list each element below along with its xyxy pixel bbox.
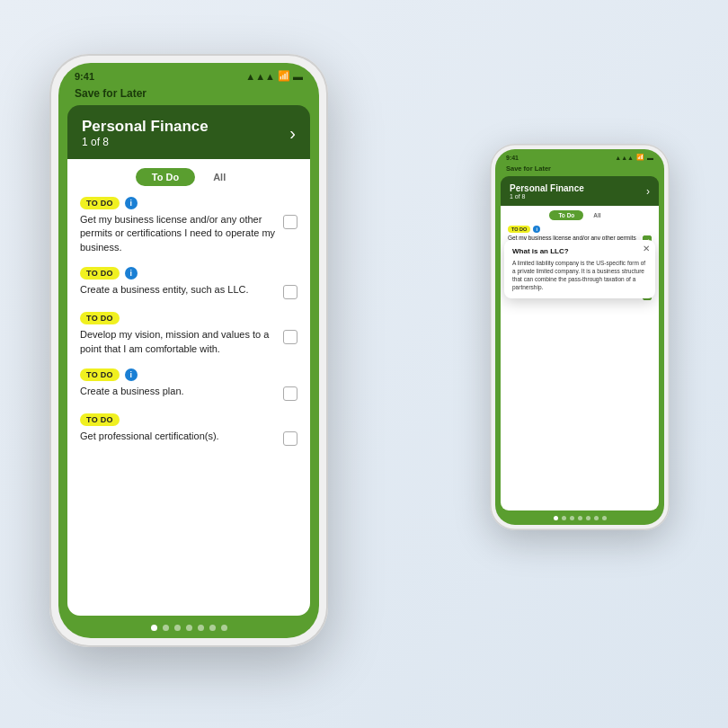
dot-2-large[interactable]: [163, 625, 169, 631]
task-badge-row-5: TO DO: [80, 413, 297, 426]
status-bar-small: 9:41 ▲▲▲ 📶 ▬: [495, 149, 664, 164]
tabs-row-large: To Do All: [67, 159, 310, 193]
info-icon-1[interactable]: i: [125, 197, 138, 209]
checkbox-1[interactable]: [283, 215, 297, 229]
task-badge-row-2: TO DO i: [80, 267, 297, 280]
header-sub-large: 1 of 8: [82, 136, 289, 148]
status-time-large: 9:41: [75, 71, 94, 82]
info-icon-2[interactable]: i: [125, 267, 138, 280]
wifi-icon-large: 📶: [278, 70, 290, 82]
tab-todo-large[interactable]: To Do: [136, 168, 195, 186]
task-item-1: TO DO i Get my business license and/or a…: [80, 197, 297, 254]
task-text-5: Get professional certification(s).: [80, 430, 276, 443]
save-bar-small[interactable]: Save for Later: [495, 164, 664, 176]
checkbox-2[interactable]: [283, 285, 297, 299]
checkbox-3[interactable]: [283, 330, 297, 344]
todo-badge-2: TO DO: [80, 267, 120, 280]
large-phone-inner: 9:41 ▲▲▲ 📶 ▬ Save for Later Personal Fin…: [58, 63, 319, 638]
dot-4-large[interactable]: [186, 625, 192, 631]
header-title-large: Personal Finance: [82, 118, 289, 136]
todo-badge-3: TO DO: [80, 312, 120, 324]
dot-7-small[interactable]: [602, 516, 607, 520]
tab-todo-small[interactable]: To Do: [549, 210, 583, 220]
battery-icon-small: ▬: [647, 155, 653, 161]
task-row-4: Create a business plan.: [80, 385, 297, 401]
header-text-small: Personal Finance 1 of 8: [510, 183, 584, 200]
dot-1-small[interactable]: [554, 516, 558, 520]
dot-7-large[interactable]: [221, 625, 227, 631]
task-badge-row-4: TO DO i: [80, 368, 297, 381]
tooltip-title: What is an LLC?: [512, 247, 647, 255]
small-phone: 9:41 ▲▲▲ 📶 ▬ Save for Later Personal Fin…: [490, 144, 670, 530]
save-bar-label-large: Save for Later: [75, 87, 146, 100]
small-phone-inner: 9:41 ▲▲▲ 📶 ▬ Save for Later Personal Fin…: [495, 149, 664, 525]
save-bar-large[interactable]: Save for Later: [58, 85, 319, 105]
dot-5-small[interactable]: [586, 516, 590, 520]
main-content-small: To Do All TO DO i Get my business licens…: [501, 206, 659, 510]
large-phone: 9:41 ▲▲▲ 📶 ▬ Save for Later Personal Fin…: [49, 54, 328, 647]
status-icons-large: ▲▲▲ 📶 ▬: [245, 70, 303, 82]
header-card-large[interactable]: Personal Finance 1 of 8 ›: [67, 105, 310, 159]
task-text-3: Develop my vision, mission and values to…: [80, 328, 276, 356]
header-sub-small: 1 of 8: [510, 193, 584, 200]
task-text-1: Get my business license and/or any other…: [80, 213, 276, 254]
dot-6-large[interactable]: [209, 625, 216, 631]
save-bar-label-small: Save for Later: [506, 164, 551, 173]
checkbox-5[interactable]: [283, 431, 297, 446]
main-content-large: To Do All TO DO i Get my business licens…: [67, 159, 310, 616]
status-icons-small: ▲▲▲ 📶 ▬: [615, 154, 653, 161]
task-row-5: Get professional certification(s).: [80, 430, 297, 446]
info-icon-sm-1[interactable]: i: [533, 226, 540, 233]
todo-badge-sm-1: TO DO: [508, 226, 530, 233]
tab-all-large[interactable]: All: [197, 168, 242, 186]
dot-4-small[interactable]: [578, 516, 582, 520]
task-row-2: Create a business entity, such as LLC.: [80, 283, 297, 299]
info-icon-4[interactable]: i: [125, 368, 138, 381]
dot-3-small[interactable]: [570, 516, 574, 520]
header-arrow-small[interactable]: ›: [646, 185, 650, 198]
tooltip-popup: ✕ What is an LLC? A limited liability co…: [504, 240, 655, 298]
todo-badge-4: TO DO: [80, 368, 120, 381]
header-text-large: Personal Finance 1 of 8: [82, 118, 289, 148]
task-badge-row-sm-1: TO DO i: [508, 226, 652, 233]
dot-3-large[interactable]: [174, 625, 181, 631]
header-arrow-large[interactable]: ›: [289, 123, 296, 144]
dot-2-small[interactable]: [562, 516, 566, 520]
tooltip-body: A limited liability company is the US-sp…: [512, 259, 647, 291]
header-title-small: Personal Finance: [510, 183, 584, 193]
dots-row-large: [58, 616, 319, 638]
task-item-5: TO DO Get professional certification(s).: [80, 413, 297, 446]
tab-all-small[interactable]: All: [584, 210, 609, 220]
task-list-large: TO DO i Get my business license and/or a…: [67, 193, 310, 616]
task-badge-row-3: TO DO: [80, 312, 297, 324]
checkbox-4[interactable]: [283, 386, 297, 401]
task-text-4: Create a business plan.: [80, 385, 276, 398]
tabs-row-small: To Do All: [501, 206, 659, 224]
task-text-2: Create a business entity, such as LLC.: [80, 283, 276, 297]
wifi-icon-small: 📶: [636, 154, 644, 161]
todo-badge-5: TO DO: [80, 413, 120, 426]
dot-6-small[interactable]: [594, 516, 599, 520]
task-item-4: TO DO i Create a business plan.: [80, 368, 297, 401]
scene: 9:41 ▲▲▲ 📶 ▬ Save for Later Personal Fin…: [0, 0, 728, 728]
signal-icon-large: ▲▲▲: [245, 71, 275, 82]
battery-icon-large: ▬: [293, 71, 303, 82]
tooltip-close[interactable]: ✕: [643, 244, 650, 253]
signal-icon-small: ▲▲▲: [615, 155, 634, 161]
task-item-2: TO DO i Create a business entity, such a…: [80, 267, 297, 299]
task-row-3: Develop my vision, mission and values to…: [80, 328, 297, 356]
dot-5-large[interactable]: [198, 625, 204, 631]
dots-row-small: [495, 510, 664, 525]
todo-badge-1: TO DO: [80, 197, 120, 209]
dot-1-large[interactable]: [151, 625, 157, 631]
status-bar-large: 9:41 ▲▲▲ 📶 ▬: [58, 63, 319, 85]
task-badge-row-1: TO DO i: [80, 197, 297, 209]
task-item-3: TO DO Develop my vision, mission and val…: [80, 312, 297, 356]
task-row-1: Get my business license and/or any other…: [80, 213, 297, 254]
status-time-small: 9:41: [506, 155, 519, 161]
header-card-small[interactable]: Personal Finance 1 of 8 ›: [501, 176, 659, 206]
